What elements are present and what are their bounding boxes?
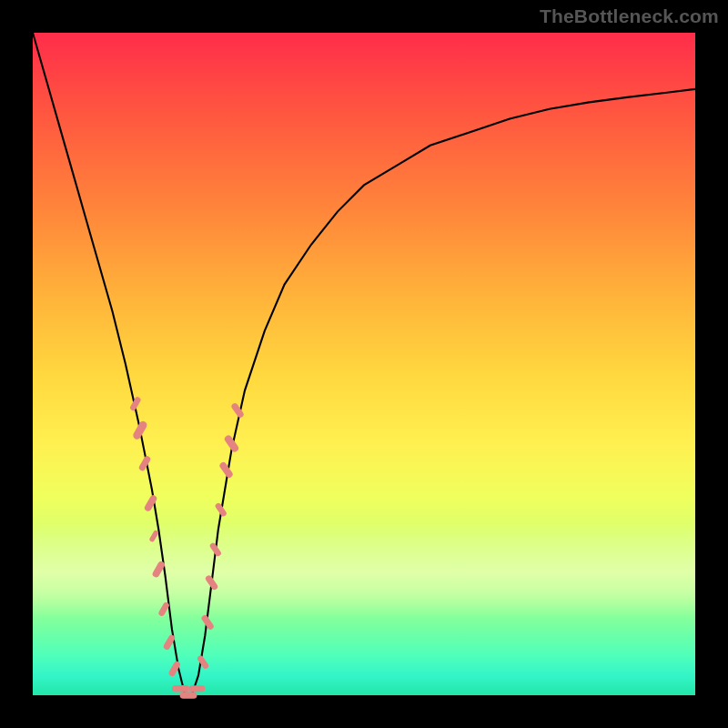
curve-marker (148, 530, 159, 542)
marker-group (129, 396, 245, 699)
curve-marker (132, 420, 148, 440)
plot-area (33, 33, 695, 695)
bottleneck-curve (33, 33, 695, 695)
curve-marker (189, 685, 206, 692)
curve-marker (172, 685, 189, 693)
curve-marker (157, 602, 170, 617)
curve-marker (197, 654, 210, 670)
curve-marker (129, 396, 142, 411)
curve-layer (33, 33, 695, 695)
curve-marker (180, 692, 197, 699)
watermark-text: TheBottleneck.com (540, 5, 719, 27)
curve-marker (138, 455, 152, 472)
chart-frame: TheBottleneck.com (0, 0, 728, 728)
